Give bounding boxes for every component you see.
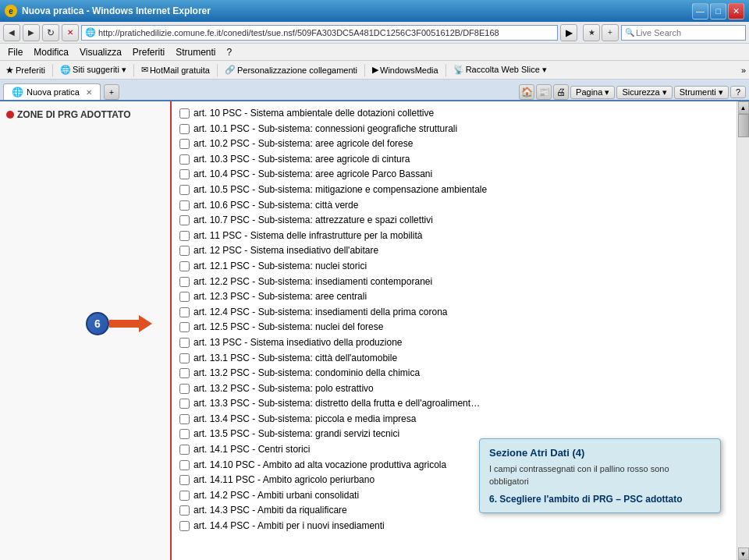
list-item-checkbox[interactable] <box>179 322 190 332</box>
list-item-label: art. 13.3 PSC - Sub-sistema: distretto d… <box>193 398 480 410</box>
list-item-checkbox[interactable] <box>179 215 190 225</box>
list-item[interactable]: art. 13 PSC - Sistema insediativo della … <box>179 335 729 351</box>
list-item-checkbox[interactable] <box>179 338 190 348</box>
list-item-checkbox[interactable] <box>179 231 190 241</box>
list-item[interactable]: art. 10.2 PSC - Sub-sistema: aree agrico… <box>179 136 729 152</box>
list-item-checkbox[interactable] <box>179 384 190 394</box>
list-item-checkbox[interactable] <box>179 353 190 363</box>
scroll-down-button[interactable]: ▼ <box>738 548 749 560</box>
add-favorites-button[interactable]: + <box>602 24 619 41</box>
help-button[interactable]: ? <box>730 86 746 98</box>
list-item[interactable]: art. 10.3 PSC - Sub-sistema: aree agrico… <box>179 152 729 168</box>
address-bar[interactable]: 🌐 http://pratichedilizie.comune.fe.it/co… <box>81 25 558 41</box>
maximize-button[interactable]: □ <box>710 3 726 19</box>
list-item-checkbox[interactable] <box>179 460 190 470</box>
list-item[interactable]: art. 14.4 PSC - Ambiti per i nuovi insed… <box>179 519 729 534</box>
list-item[interactable]: art. 13.3 PSC - Sub-sistema: distretto d… <box>179 396 729 412</box>
bookmark-raccolta[interactable]: 📡 Raccolta Web Slice ▾ <box>451 64 549 76</box>
bookmark-personal[interactable]: 🔗 Personalizzazione collegamenti <box>222 64 360 76</box>
bookmark-windows-media[interactable]: ▶ WindowsMedia <box>370 64 441 76</box>
new-tab-button[interactable]: + <box>104 84 119 100</box>
refresh-button[interactable]: ↻ <box>42 24 59 41</box>
list-item-checkbox[interactable] <box>179 399 190 409</box>
menu-help[interactable]: ? <box>222 46 237 58</box>
mail-icon: ✉ <box>141 65 148 75</box>
list-item-checkbox[interactable] <box>179 154 190 165</box>
list-item[interactable]: art. 12.3 PSC - Sub-sistema: aree centra… <box>179 289 729 305</box>
scroll-thumb[interactable] <box>738 114 749 137</box>
favorites-button[interactable]: ★ <box>583 24 600 41</box>
list-item[interactable]: art. 11 PSC - Sistema delle infrastruttu… <box>179 229 729 244</box>
search-bar[interactable]: 🔍 <box>621 25 746 41</box>
list-item[interactable]: art. 10.6 PSC - Sub-sistema: città verde <box>179 198 729 214</box>
tab-close[interactable]: ✕ <box>86 88 92 97</box>
list-item-checkbox[interactable] <box>179 491 190 501</box>
list-item[interactable]: art. 10 PSC - Sistema ambientale delle d… <box>179 106 729 122</box>
scrollbar[interactable]: ▲ ▼ <box>737 101 749 560</box>
list-item-checkbox[interactable] <box>179 307 190 317</box>
list-item-checkbox[interactable] <box>179 124 190 134</box>
list-item-checkbox[interactable] <box>179 139 190 149</box>
list-item-checkbox[interactable] <box>179 414 190 424</box>
list-item[interactable]: art. 12.5 PSC - Sub-sistema: nuclei del … <box>179 320 729 335</box>
list-item[interactable]: art. 10.7 PSC - Sub-sistema: attrezzatur… <box>179 213 729 229</box>
menu-file[interactable]: File <box>3 46 27 58</box>
sicurezza-button[interactable]: Sicurezza ▾ <box>616 86 672 99</box>
scroll-up-button[interactable]: ▲ <box>738 101 749 114</box>
search-input[interactable] <box>636 28 744 37</box>
arrow-shape <box>109 315 152 332</box>
menu-preferiti[interactable]: Preferiti <box>128 46 169 58</box>
list-item-checkbox[interactable] <box>179 200 190 211</box>
list-item-checkbox[interactable] <box>179 521 190 531</box>
list-item[interactable]: art. 10.5 PSC - Sub-sistema: mitigazione… <box>179 183 729 198</box>
list-item[interactable]: art. 10.4 PSC - Sub-sistema: aree agrico… <box>179 167 729 183</box>
list-item-checkbox[interactable] <box>179 445 190 455</box>
stop-button[interactable]: ✕ <box>62 24 79 41</box>
list-item-label: art. 13.4 PSC - Sub-sistema: piccola e m… <box>193 413 416 426</box>
list-item[interactable]: art. 12 PSC - Sistema insediativo dell'a… <box>179 243 729 259</box>
list-item-checkbox[interactable] <box>179 429 190 439</box>
menu-strumenti[interactable]: Strumenti <box>171 46 220 58</box>
separator-2 <box>133 64 134 76</box>
scroll-track[interactable] <box>738 114 749 548</box>
list-item[interactable]: art. 13.2 PSC - Sub-sistema: condominio … <box>179 366 729 381</box>
go-button[interactable]: ▶ <box>560 24 577 41</box>
list-item-checkbox[interactable] <box>179 185 190 195</box>
forward-button[interactable]: ▶ <box>23 24 40 41</box>
bookmarks-more[interactable]: » <box>741 66 746 75</box>
strumenti-button[interactable]: Strumenti ▾ <box>674 86 729 99</box>
list-item[interactable]: art. 13.1 PSC - Sub-sistema: città dell'… <box>179 351 729 367</box>
list-item[interactable]: art. 13.2 PSC - Sub-sistema: polo estrat… <box>179 381 729 397</box>
back-button[interactable]: ◀ <box>3 24 20 41</box>
sidebar-item-zone[interactable]: ZONE DI PRG ADOTTATO <box>3 108 167 122</box>
close-button[interactable]: ✕ <box>728 3 744 19</box>
list-item-checkbox[interactable] <box>179 368 190 378</box>
list-item-checkbox[interactable] <box>179 169 190 179</box>
required-dot <box>6 111 14 119</box>
print-button[interactable]: 🖨 <box>553 84 569 100</box>
pagina-button[interactable]: Pagina ▾ <box>570 86 615 99</box>
list-item-checkbox[interactable] <box>179 292 190 302</box>
bookmark-preferiti[interactable]: ★ Preferiti <box>3 64 48 76</box>
list-item[interactable]: art. 12.2 PSC - Sub-sistema: insediament… <box>179 275 729 290</box>
tab-nuova-pratica[interactable]: 🌐 Nuova pratica ✕ <box>3 83 101 100</box>
list-item-checkbox[interactable] <box>179 475 190 485</box>
home-button[interactable]: 🏠 <box>519 84 534 100</box>
minimize-button[interactable]: — <box>692 3 708 19</box>
list-item[interactable]: art. 13.4 PSC - Sub-sistema: piccola e m… <box>179 412 729 427</box>
list-item[interactable]: art. 10.1 PSC - Sub-sistema: connessioni… <box>179 122 729 137</box>
list-item-checkbox[interactable] <box>179 505 190 516</box>
list-item[interactable]: art. 12.4 PSC - Sub-sistema: insediament… <box>179 305 729 321</box>
list-item-checkbox[interactable] <box>179 246 190 256</box>
bookmark-siti[interactable]: 🌐 Siti suggeriti ▾ <box>58 64 129 76</box>
bookmark-hotmail[interactable]: ✉ HotMail gratuita <box>139 64 212 76</box>
menu-visualizza[interactable]: Visualizza <box>75 46 126 58</box>
rss-icon: 📰 <box>538 87 550 97</box>
content-area[interactable]: art. 10 PSC - Sistema ambientale delle d… <box>172 101 737 560</box>
list-item-checkbox[interactable] <box>179 261 190 271</box>
menu-modifica[interactable]: Modifica <box>29 46 73 58</box>
list-item[interactable]: art. 12.1 PSC - Sub-sistema: nuclei stor… <box>179 259 729 275</box>
rss-button[interactable]: 📰 <box>536 84 552 100</box>
list-item-checkbox[interactable] <box>179 108 190 119</box>
list-item-checkbox[interactable] <box>179 277 190 287</box>
